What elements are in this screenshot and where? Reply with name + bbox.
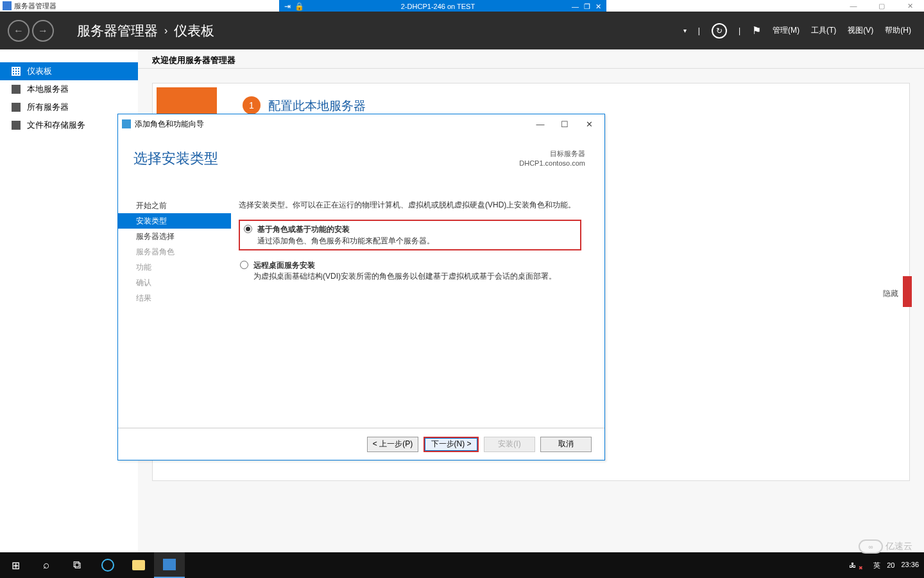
pin-icon[interactable]: ⇥ bbox=[284, 2, 291, 11]
step-number-badge: 1 bbox=[243, 96, 261, 114]
wizard-title: 添加角色和功能向导 bbox=[135, 119, 204, 130]
server-manager-header: ← → 服务器管理器 › 仪表板 ▾ | ↻ | ⚑ 管理(M) 工具(T) 视… bbox=[0, 12, 924, 49]
ie-icon bbox=[101, 559, 114, 572]
tray-num: 20 bbox=[887, 561, 894, 569]
search-button[interactable]: ⌕ bbox=[31, 552, 62, 578]
radio-description: 通过添加角色、角色服务和功能来配置单个服务器。 bbox=[244, 236, 576, 247]
lock-icon: 🔒 bbox=[295, 2, 304, 11]
server-icon bbox=[12, 85, 21, 94]
wizard-titlebar: 添加角色和功能向导 — ☐ ✕ bbox=[118, 114, 604, 134]
next-button[interactable]: 下一步(N) > bbox=[424, 437, 479, 452]
target-server-name: DHCP1.contoso.com bbox=[519, 159, 585, 168]
alert-strip bbox=[903, 276, 912, 307]
divider: | bbox=[698, 26, 700, 35]
watermark-text: 亿速云 bbox=[886, 541, 912, 552]
dropdown-caret-icon[interactable]: ▾ bbox=[683, 27, 687, 34]
taskbar-ie[interactable] bbox=[92, 552, 123, 578]
wizard-footer: < 上一步(P) 下一步(N) > 安装(I) 取消 bbox=[118, 428, 604, 460]
radio-button-icon[interactable] bbox=[240, 261, 248, 269]
welcome-heading: 欢迎使用服务器管理器 bbox=[138, 49, 924, 69]
wizard-nav-before-begin[interactable]: 开始之前 bbox=[118, 198, 231, 213]
vm-title: 2-DHCP1-246 on TEST bbox=[309, 3, 567, 10]
start-button[interactable]: ⊞ bbox=[0, 552, 31, 578]
watermark: ∞ 亿速云 bbox=[859, 539, 912, 554]
outer-window-title: 服务器管理器 bbox=[14, 1, 56, 11]
sidebar-item-label: 本地服务器 bbox=[27, 83, 69, 95]
flag-icon[interactable]: ⚑ bbox=[752, 24, 761, 37]
task-view-button[interactable]: ⧉ bbox=[62, 552, 92, 578]
hide-link[interactable]: 隐藏 bbox=[883, 288, 898, 299]
sidebar-item-local-server[interactable]: 本地服务器 bbox=[0, 80, 138, 98]
menu-tools[interactable]: 工具(T) bbox=[811, 25, 836, 36]
outer-close-button[interactable]: ✕ bbox=[896, 0, 924, 12]
clock[interactable]: 23:36 bbox=[901, 561, 919, 569]
radio-label: 基于角色或基于功能的安装 bbox=[257, 223, 350, 236]
server-manager-icon bbox=[3, 1, 12, 10]
taskbar: ⊞ ⌕ ⧉ 🖧✖ 英 20 23:36 bbox=[0, 552, 924, 578]
server-manager-icon bbox=[163, 559, 176, 570]
wizard-icon bbox=[122, 119, 131, 128]
wizard-maximize-button[interactable]: ☐ bbox=[553, 116, 576, 132]
chevron-right-icon: › bbox=[164, 25, 167, 37]
radio-remote-desktop[interactable]: 远程桌面服务安装 为虚拟桌面基础结构(VDI)安装所需的角色服务以创建基于虚拟机… bbox=[239, 259, 581, 283]
wizard-minimize-button[interactable]: — bbox=[529, 116, 552, 132]
wizard-nav-server-roles: 服务器角色 bbox=[118, 244, 231, 259]
breadcrumb-app: 服务器管理器 bbox=[77, 22, 158, 40]
folder-icon bbox=[132, 560, 145, 570]
wizard-nav-features: 功能 bbox=[118, 259, 231, 275]
wizard-heading: 选择安装类型 bbox=[133, 149, 218, 168]
vm-close-button[interactable]: ✕ bbox=[595, 3, 601, 11]
sidebar-item-label: 所有服务器 bbox=[27, 101, 69, 113]
previous-button[interactable]: < 上一步(P) bbox=[367, 437, 418, 452]
radio-description: 为虚拟桌面基础结构(VDI)安装所需的角色服务以创建基于虚拟机或基于会话的桌面部… bbox=[240, 271, 581, 282]
menu-help[interactable]: 帮助(H) bbox=[885, 25, 911, 36]
add-roles-wizard: 添加角色和功能向导 — ☐ ✕ 选择安装类型 目标服务器 DHCP1.conto… bbox=[117, 114, 605, 460]
servers-icon bbox=[12, 103, 21, 112]
sidebar-item-label: 文件和存储服务 bbox=[27, 119, 85, 131]
network-icon[interactable]: 🖧 bbox=[849, 561, 856, 569]
outer-maximize-button[interactable]: ▢ bbox=[868, 0, 896, 12]
taskbar-explorer[interactable] bbox=[123, 552, 154, 578]
nav-back-button[interactable]: ← bbox=[8, 20, 30, 42]
wizard-nav-results: 结果 bbox=[118, 290, 231, 306]
wizard-content: 选择安装类型。你可以在正在运行的物理计算机、虚拟机或脱机虚拟硬盘(VHD)上安装… bbox=[231, 195, 604, 428]
sidebar-item-label: 仪表板 bbox=[27, 66, 52, 77]
menu-manage[interactable]: 管理(M) bbox=[773, 25, 800, 36]
radio-role-based[interactable]: 基于角色或基于功能的安装 通过添加角色、角色服务和功能来配置单个服务器。 bbox=[239, 220, 581, 250]
install-button: 安装(I) bbox=[484, 437, 535, 452]
wizard-nav-server-selection[interactable]: 服务器选择 bbox=[118, 229, 231, 244]
refresh-icon[interactable]: ↻ bbox=[712, 23, 727, 39]
sidebar-item-dashboard[interactable]: 仪表板 bbox=[0, 62, 138, 80]
menu-view[interactable]: 视图(V) bbox=[848, 25, 873, 36]
wizard-nav-confirm: 确认 bbox=[118, 275, 231, 290]
wizard-description: 选择安装类型。你可以在正在运行的物理计算机、虚拟机或脱机虚拟硬盘(VHD)上安装… bbox=[239, 199, 581, 211]
divider: | bbox=[739, 26, 740, 35]
breadcrumb-page: 仪表板 bbox=[174, 22, 214, 40]
radio-label: 远程桌面服务安装 bbox=[253, 259, 315, 272]
step1-link[interactable]: 配置此本地服务器 bbox=[268, 98, 366, 114]
network-error-icon: ✖ bbox=[859, 565, 863, 571]
storage-icon bbox=[12, 121, 21, 130]
nav-forward-button[interactable]: → bbox=[32, 20, 54, 42]
outer-minimize-button[interactable]: — bbox=[839, 0, 868, 12]
vm-restore-button[interactable]: ❐ bbox=[584, 3, 590, 11]
radio-button-icon[interactable] bbox=[244, 225, 252, 233]
target-server-label: 目标服务器 bbox=[519, 149, 585, 159]
system-tray: 🖧✖ 英 20 23:36 bbox=[849, 561, 924, 570]
wizard-nav-installation-type[interactable]: 安装类型 bbox=[118, 213, 231, 229]
breadcrumb: 服务器管理器 › 仪表板 bbox=[62, 22, 214, 40]
cancel-button[interactable]: 取消 bbox=[540, 437, 592, 452]
taskbar-server-manager[interactable] bbox=[154, 552, 185, 578]
wizard-close-button[interactable]: ✕ bbox=[578, 116, 601, 132]
vm-connection-bar: ⇥ 🔒 2-DHCP1-246 on TEST — ❐ ✕ bbox=[279, 0, 606, 13]
dashboard-icon bbox=[12, 67, 21, 76]
ime-indicator[interactable]: 英 bbox=[873, 561, 880, 570]
cloud-icon: ∞ bbox=[859, 539, 883, 554]
wizard-nav: 开始之前 安装类型 服务器选择 服务器角色 功能 确认 结果 bbox=[118, 195, 231, 428]
vm-minimize-button[interactable]: — bbox=[572, 3, 579, 11]
